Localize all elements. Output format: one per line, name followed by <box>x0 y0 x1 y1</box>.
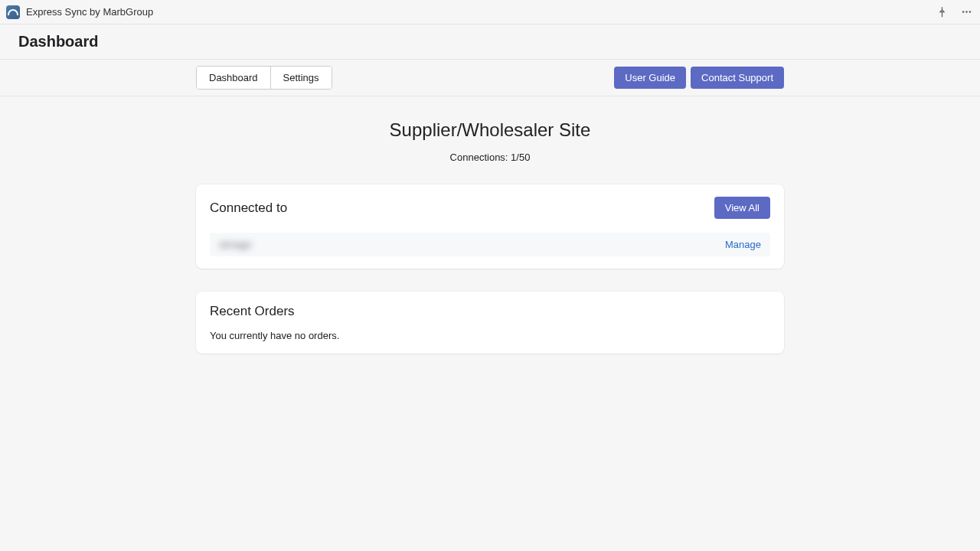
page-title: Dashboard <box>18 33 98 51</box>
connected-card-header: Connected to View All <box>210 197 770 219</box>
view-all-button[interactable]: View All <box>714 197 770 219</box>
top-bar-right <box>934 5 974 20</box>
more-icon[interactable] <box>959 5 974 20</box>
connected-card: Connected to View All stmagn Manage <box>196 184 784 269</box>
header-bar: Dashboard <box>0 24 980 60</box>
nav-actions: User Guide Contact Support <box>614 67 784 89</box>
connection-row: stmagn Manage <box>210 233 770 256</box>
pin-icon[interactable] <box>934 5 949 20</box>
tab-dashboard[interactable]: Dashboard <box>197 67 271 89</box>
nav-tabs: Dashboard Settings <box>196 66 332 90</box>
orders-card: Recent Orders You currently have no orde… <box>196 292 784 354</box>
top-bar: Express Sync by MarbGroup <box>0 0 980 24</box>
manage-link[interactable]: Manage <box>725 239 761 250</box>
secondary-nav: Dashboard Settings User Guide Contact Su… <box>0 60 980 96</box>
tab-settings[interactable]: Settings <box>271 67 332 89</box>
connections-count: Connections: 1/50 <box>196 152 784 163</box>
svg-point-1 <box>965 11 968 13</box>
main-heading: Supplier/Wholesaler Site <box>196 119 784 141</box>
app-name: Express Sync by MarbGroup <box>26 6 153 18</box>
connected-card-title: Connected to <box>210 201 287 216</box>
top-bar-left: Express Sync by MarbGroup <box>6 5 153 19</box>
contact-support-button[interactable]: Contact Support <box>691 67 784 89</box>
content: Supplier/Wholesaler Site Connections: 1/… <box>98 96 882 407</box>
orders-empty-text: You currently have no orders. <box>210 330 770 341</box>
svg-point-2 <box>969 11 971 13</box>
app-icon <box>6 5 20 19</box>
connection-name: stmagn <box>219 239 252 250</box>
orders-card-title: Recent Orders <box>210 304 770 319</box>
svg-point-0 <box>962 11 964 13</box>
user-guide-button[interactable]: User Guide <box>614 67 686 89</box>
